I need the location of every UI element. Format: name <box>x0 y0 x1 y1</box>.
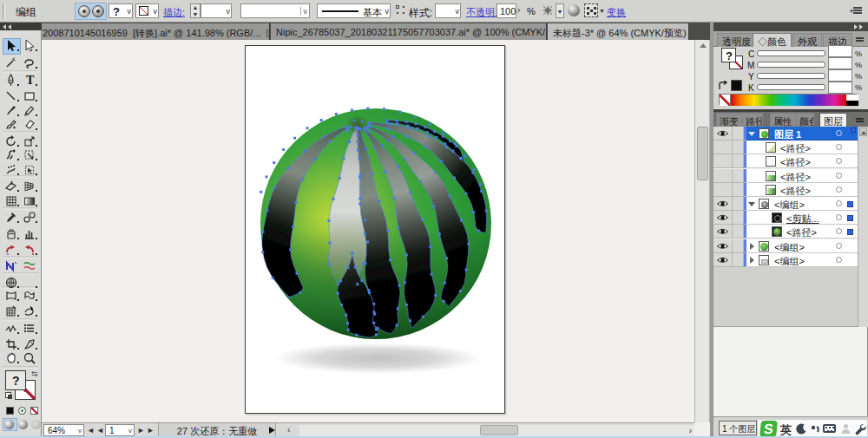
svg-text:T: T <box>26 74 35 87</box>
